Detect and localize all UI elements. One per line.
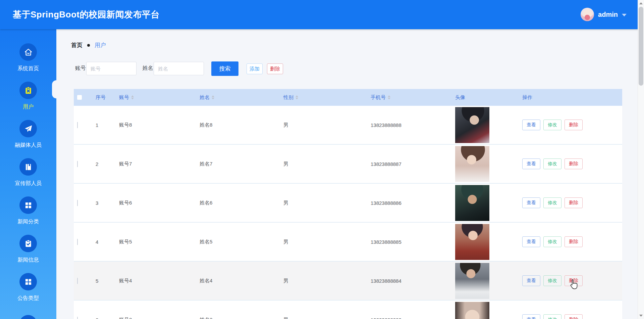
delete-row-button[interactable]: 删除 bbox=[565, 275, 583, 286]
add-button[interactable]: 添加 bbox=[247, 63, 263, 74]
sidebar-item-新闻分类[interactable]: 新闻分类 bbox=[0, 192, 56, 230]
user-menu[interactable]: admin bbox=[581, 7, 627, 21]
breadcrumb-home[interactable]: 首页 bbox=[71, 41, 83, 49]
column-header-name[interactable]: 姓名 bbox=[191, 94, 275, 101]
view-button[interactable]: 查看 bbox=[522, 275, 540, 286]
view-button[interactable]: 查看 bbox=[522, 197, 540, 208]
row-account: 账号3 bbox=[111, 317, 191, 319]
edit-button[interactable]: 修改 bbox=[543, 197, 561, 208]
row-phone: 13823888888 bbox=[362, 122, 449, 128]
row-checkbox[interactable] bbox=[77, 200, 78, 206]
table-row: 5账号4姓名4男13823888884查看修改删除 bbox=[74, 262, 622, 301]
table-row: 6账号3姓名3男13823888883查看修改删除 bbox=[74, 301, 622, 319]
row-actions: 查看修改删除 bbox=[515, 275, 622, 286]
scrollbar-thumb[interactable] bbox=[639, 7, 643, 86]
row-checkbox[interactable] bbox=[77, 278, 78, 284]
column-label: 手机号 bbox=[371, 94, 386, 101]
breadcrumb-current[interactable]: 用户 bbox=[95, 41, 106, 49]
column-label: 头像 bbox=[455, 94, 465, 101]
account-input[interactable] bbox=[86, 62, 137, 75]
sidebar-item-label: 用户 bbox=[23, 103, 34, 110]
sidebar-item-partial-7[interactable] bbox=[0, 307, 56, 319]
sort-arrows-icon[interactable] bbox=[131, 95, 134, 99]
row-phone: 13823888884 bbox=[362, 278, 449, 284]
sidebar-item-公告类型[interactable]: 公告类型 bbox=[0, 268, 56, 307]
column-header-index: 序号 bbox=[87, 94, 111, 101]
table-body: 1账号8姓名8男13823888888查看修改删除2账号7姓名7男1382388… bbox=[74, 106, 622, 319]
user-photo-female-red-sweater bbox=[455, 224, 489, 260]
admin-username: admin bbox=[598, 11, 618, 18]
edit-button[interactable]: 修改 bbox=[543, 314, 561, 319]
row-checkbox[interactable] bbox=[77, 161, 78, 167]
bulk-delete-button[interactable]: 删除 bbox=[267, 63, 283, 74]
sidebar: 系统首页用户融媒体人员宣传部人员新闻分类新闻信息公告类型 bbox=[0, 29, 56, 319]
select-all-checkbox[interactable] bbox=[77, 95, 82, 100]
sort-arrows-icon[interactable] bbox=[212, 95, 214, 99]
edit-button[interactable]: 修改 bbox=[543, 120, 561, 130]
sidebar-item-新闻信息[interactable]: 新闻信息 bbox=[0, 230, 56, 268]
scrollbar-up-icon[interactable] bbox=[638, 0, 644, 6]
delete-row-button[interactable]: 删除 bbox=[565, 236, 583, 247]
row-account: 账号8 bbox=[111, 122, 191, 128]
edit-button[interactable]: 修改 bbox=[543, 236, 561, 247]
sidebar-item-label: 新闻分类 bbox=[17, 218, 39, 225]
row-actions: 查看修改删除 bbox=[515, 197, 622, 208]
row-account: 账号6 bbox=[111, 200, 191, 206]
user-photo-female-selfie bbox=[455, 107, 489, 143]
row-account: 账号7 bbox=[111, 161, 191, 167]
breadcrumb: 首页 用户 bbox=[71, 41, 106, 49]
column-label: 操作 bbox=[522, 94, 532, 101]
sidebar-item-label: 公告类型 bbox=[17, 295, 39, 302]
sidebar-menu: 系统首页用户融媒体人员宣传部人员新闻分类新闻信息公告类型 bbox=[0, 29, 56, 319]
edit-button[interactable]: 修改 bbox=[543, 275, 561, 286]
name-input[interactable] bbox=[154, 62, 204, 75]
row-account: 账号4 bbox=[111, 278, 191, 284]
sidebar-item-融媒体人员[interactable]: 融媒体人员 bbox=[0, 115, 56, 153]
delete-row-button[interactable]: 删除 bbox=[565, 158, 583, 169]
delete-row-button[interactable]: 删除 bbox=[565, 197, 583, 208]
user-photo-female-portrait bbox=[455, 146, 489, 182]
column-header-phone[interactable]: 手机号 bbox=[362, 94, 449, 101]
home-icon bbox=[19, 43, 37, 61]
user-photo-female-face bbox=[455, 302, 489, 319]
sort-arrows-icon[interactable] bbox=[296, 95, 298, 99]
sidebar-item-用户[interactable]: 用户 bbox=[0, 77, 56, 115]
sidebar-item-系统首页[interactable]: 系统首页 bbox=[0, 39, 56, 77]
user-photo-male-white-shirt bbox=[455, 263, 489, 299]
table-header: 序号账号姓名性别手机号头像操作 bbox=[74, 89, 622, 106]
view-button[interactable]: 查看 bbox=[522, 236, 540, 247]
delete-row-button[interactable]: 删除 bbox=[565, 120, 583, 130]
column-label: 账号 bbox=[119, 94, 129, 101]
view-button[interactable]: 查看 bbox=[522, 314, 540, 319]
main-content: 首页 用户 账号 姓名 搜索 添加 删除 序号账号姓名性别手机号头像操作 1账号… bbox=[56, 29, 644, 319]
view-button[interactable]: 查看 bbox=[522, 120, 540, 130]
chevron-down-icon bbox=[622, 14, 627, 16]
search-button[interactable]: 搜索 bbox=[211, 61, 238, 76]
edit-button[interactable]: 修改 bbox=[543, 158, 561, 169]
scrollbar-down-icon[interactable] bbox=[638, 313, 644, 319]
admin-avatar bbox=[581, 8, 594, 21]
user-table: 序号账号姓名性别手机号头像操作 1账号8姓名8男13823888888查看修改删… bbox=[74, 89, 622, 319]
row-actions: 查看修改删除 bbox=[515, 120, 622, 130]
breadcrumb-dot-icon bbox=[87, 44, 90, 47]
sort-arrows-icon[interactable] bbox=[388, 95, 390, 99]
row-checkbox[interactable] bbox=[77, 317, 78, 319]
sidebar-item-宣传部人员[interactable]: 宣传部人员 bbox=[0, 153, 56, 192]
browser-scrollbar[interactable] bbox=[638, 0, 644, 319]
sidebar-item-label: 宣传部人员 bbox=[15, 180, 42, 187]
top-navbar: 基于SpringBoot的校园新闻发布平台 admin bbox=[0, 0, 644, 29]
row-index: 6 bbox=[87, 317, 111, 319]
column-header-actions: 操作 bbox=[515, 94, 622, 101]
column-label: 序号 bbox=[96, 94, 106, 101]
table-row: 3账号6姓名6男13823888886查看修改删除 bbox=[74, 184, 622, 223]
column-header-account[interactable]: 账号 bbox=[111, 94, 191, 101]
row-name: 姓名6 bbox=[191, 200, 275, 206]
row-checkbox[interactable] bbox=[77, 239, 78, 245]
view-button[interactable]: 查看 bbox=[522, 158, 540, 169]
row-gender: 男 bbox=[275, 200, 362, 206]
column-header-gender[interactable]: 性别 bbox=[275, 94, 362, 101]
delete-row-button[interactable]: 删除 bbox=[565, 314, 583, 319]
row-checkbox[interactable] bbox=[77, 122, 78, 128]
row-name: 姓名3 bbox=[191, 317, 275, 319]
row-phone: 13823888885 bbox=[362, 239, 449, 245]
